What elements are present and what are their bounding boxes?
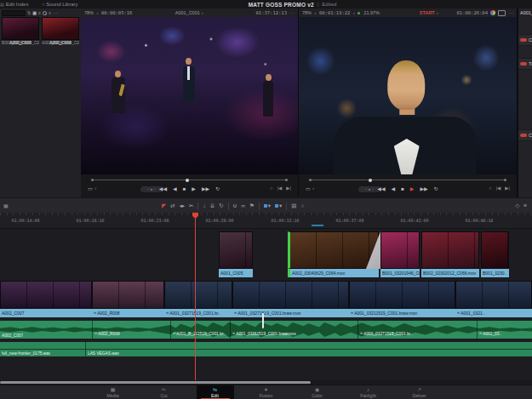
chevron-down-icon[interactable]: ∨ <box>49 10 52 15</box>
prev-edit-icon[interactable]: |◀ <box>277 185 283 191</box>
ruler-timecode: 01:00:46:16 <box>465 218 493 223</box>
inspector-section[interactable]: Transform <box>518 58 532 70</box>
A001_03271519_C001.braw.mov[interactable]: ∞A001_03271519_C001.braw.mov <box>232 281 349 318</box>
B001_03201946_C0..[interactable]: B001_03201946_C0.. <box>380 231 420 278</box>
timeline-thumbnail-view-icon[interactable]: ▤ <box>291 202 296 209</box>
A002_03040629_C064.mov[interactable]: A002_03040629_C064.mov <box>288 231 379 278</box>
next-edit-icon[interactable]: ▶| <box>286 185 291 191</box>
stop-button[interactable]: ■ <box>183 185 186 193</box>
A001_03271519_C001.br..[interactable]: ∞A001_03271519_C001.br.. <box>164 281 232 318</box>
list-view-icon[interactable]: ≡ <box>38 10 41 15</box>
A002_R008[interactable]: ∞A002_R008 <box>92 281 164 318</box>
timeline-view-options-icon[interactable]: ▦ <box>3 202 9 208</box>
viewer-options-icon[interactable]: ··· <box>508 10 514 15</box>
safe-area-icon[interactable] <box>498 10 506 16</box>
index-icon[interactable]: ≡ <box>523 202 527 209</box>
selection-mode-icon[interactable]: ◤ <box>162 202 166 209</box>
overwrite-clip-icon[interactable]: ⇊ <box>210 202 215 209</box>
trim-edit-mode-icon[interactable]: ⇄ <box>170 202 174 209</box>
A001_03..[interactable]: ∞A001_03.. <box>477 321 532 339</box>
stop-button[interactable]: ■ <box>401 185 404 193</box>
inspector-section[interactable]: Cropping <box>518 129 532 141</box>
LAS VEGAS.wav[interactable]: ∞LAS VEGAS.wav <box>85 342 532 356</box>
play-button[interactable]: ▶ <box>410 185 415 193</box>
next-edit-icon[interactable]: ▶| <box>505 185 510 191</box>
inspector-section[interactable]: Composite <box>518 34 532 46</box>
dynamic-trim-mode-icon[interactable]: ◂▸ <box>179 202 185 209</box>
A001_B_211519_C001.br..[interactable]: ∞A001_B_211519_C001.br.. <box>170 321 230 339</box>
more-options-icon[interactable]: ··· <box>54 10 58 15</box>
rewind-button[interactable]: ◀◀ <box>377 185 385 193</box>
section-toggle[interactable] <box>520 38 527 42</box>
audio-track-2: ∞full_new-frontier_0175.wav ∞LAS VEGAS.w… <box>0 342 532 356</box>
B001_0230..[interactable]: B001_0230.. <box>481 231 509 278</box>
timeline-video-area[interactable] <box>299 17 517 174</box>
thumbnail-view-icon[interactable]: ▦ <box>32 10 37 15</box>
link-icon: ∞ <box>351 309 353 317</box>
replace-clip-icon[interactable]: ↻ <box>219 202 223 209</box>
page-fusion[interactable]: ∗ Fusion <box>248 385 285 399</box>
insert-clip-icon[interactable]: ↓ <box>203 202 205 209</box>
link-icon: ∞ <box>234 309 237 317</box>
A001_0321..[interactable]: ∞A001_0321.. <box>455 281 532 318</box>
flag-icon[interactable]: ⚑ <box>249 202 255 209</box>
snapping-icon[interactable]: ∪ <box>233 202 237 209</box>
B002_03060622_C06..[interactable]: B002_03060622_C06.. <box>2 17 39 45</box>
clip-name: A001_C005 <box>220 269 243 277</box>
match-frame-icon[interactable]: ○ <box>489 185 491 191</box>
A001_C005[interactable]: A001_C005 <box>219 231 253 278</box>
step-back-button[interactable]: ◀ <box>392 185 396 193</box>
page-deliver[interactable]: ↗ Deliver <box>401 385 438 399</box>
loop-button[interactable]: ↻ <box>434 185 438 193</box>
B002_02302012_C066.mov[interactable]: B002_02302012_C066.mov <box>421 231 479 278</box>
color-wheel-icon[interactable] <box>490 10 495 15</box>
clip-thumbnail <box>42 17 79 40</box>
timeline-marker[interactable] <box>312 225 323 226</box>
clip-name: A002_03060620_C06.. <box>42 41 79 45</box>
A002_C007[interactable]: ∞A002_C007 <box>0 321 92 339</box>
mixer-icon[interactable]: ◇ <box>515 202 519 209</box>
page-fairlight[interactable]: ♪ Fairlight <box>350 385 387 399</box>
flag-color-icon[interactable]: ▾ <box>275 202 282 209</box>
razor-tool-icon[interactable]: ✂ <box>189 202 193 209</box>
timeline-scrubber[interactable] <box>311 178 505 182</box>
full_new-frontier_0175.wav[interactable]: ∞full_new-frontier_0175.wav <box>0 342 83 356</box>
page-edit[interactable]: ⇆ Edit <box>197 385 234 399</box>
timeline-ruler[interactable]: 01:00:14:08 01:00:18:16 01:00:23:08 01:0… <box>0 213 532 229</box>
link-clips-icon[interactable]: ∞ <box>241 202 245 209</box>
A002_R008[interactable]: ∞A002_R008 <box>92 321 170 339</box>
page-media[interactable]: ▦ Media <box>94 385 132 399</box>
media-pool-search-input[interactable] <box>2 10 26 16</box>
ruler-tick: 01:00:18:16 <box>76 218 104 223</box>
link-icon: ∞ <box>173 329 175 338</box>
source-scrubber[interactable] <box>93 178 286 182</box>
A002_03060620_C06..[interactable]: A002_03060620_C06.. <box>42 17 79 45</box>
marker-color-icon[interactable]: ▾ <box>264 202 271 209</box>
section-toggle[interactable] <box>520 134 527 137</box>
step-back-button[interactable]: ◀ <box>173 185 177 193</box>
page-label: Fusion <box>260 393 273 398</box>
page-color[interactable]: ◉ Color <box>299 385 336 399</box>
A001_03211519_C001.braw.mov[interactable]: ∞A001_03211519_C001.braw.mov <box>349 281 455 318</box>
play-button[interactable]: ▶ <box>192 185 196 193</box>
rewind-button[interactable]: ◀◀ <box>159 185 167 193</box>
page-cut[interactable]: ✂ Cut <box>146 385 183 399</box>
loop-button[interactable]: ↻ <box>215 185 220 193</box>
match-frame-icon[interactable]: ○ <box>270 185 272 191</box>
A001_03271519_C001.br..[interactable]: ∞A001_03271519_C001.br.. <box>358 321 477 339</box>
fade-handle[interactable] <box>262 313 264 328</box>
fast-forward-button[interactable]: ▶▶ <box>202 185 209 193</box>
clip-name: A001_0321.. <box>460 309 484 317</box>
viewer-options-icon[interactable]: ··· <box>289 10 295 15</box>
section-toggle[interactable] <box>520 62 527 66</box>
sort-icon[interactable]: ⇅ <box>27 10 31 15</box>
prev-edit-icon[interactable]: |◀ <box>496 185 501 191</box>
A001_03211519_C001.braw.mov[interactable]: ∞A001_03211519_C001.braw.mov <box>230 321 358 339</box>
source-video-area[interactable] <box>81 17 298 174</box>
A002_C007[interactable]: ∞A002_C007 <box>0 281 92 318</box>
playhead[interactable] <box>195 213 196 380</box>
scrollbar-thumb[interactable] <box>0 381 311 384</box>
search-icon[interactable] <box>43 11 47 15</box>
render-cache-icon[interactable]: ○ <box>301 202 305 209</box>
fast-forward-button[interactable]: ▶▶ <box>420 185 427 193</box>
